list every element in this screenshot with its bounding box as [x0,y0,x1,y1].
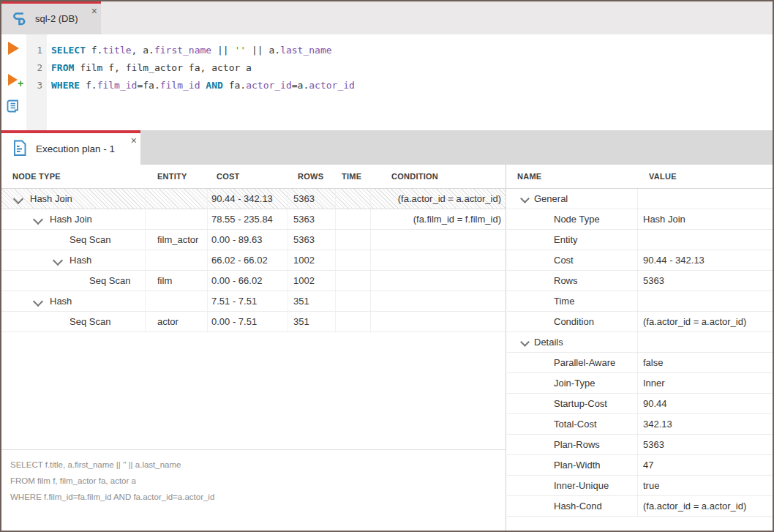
chevron-down-icon[interactable] [12,196,30,203]
col-header-cost[interactable]: COST [208,165,288,188]
plan-row[interactable]: Hash Join78.55 - 235.845363(fa.film_id =… [1,209,506,230]
property-name-cell: Hash-Cond [507,496,638,516]
entity-cell: film_actor [146,230,208,250]
property-value: 47 [638,455,773,475]
prop-rows: GeneralNode TypeHash JoinEntityCost90.44… [507,189,773,517]
execute-new-tab-button[interactable]: + [8,74,18,86]
time-cell [336,291,371,311]
property-name: Cost [554,255,574,266]
property-name-cell: Rows [507,271,638,291]
col-header-rows[interactable]: ROWS [288,165,336,188]
property-name-cell: Node Type [507,209,638,229]
code-token: f. [80,80,97,91]
property-row[interactable]: Plan-Rows5363 [507,435,773,455]
property-value: 342.13 [638,414,773,434]
property-value: 90.44 [638,394,773,413]
sql-preview: SELECT f.title, a.first_name || '' || a.… [1,449,506,531]
execute-statement-button[interactable] [8,42,19,55]
condition-cell [371,271,506,291]
sql-editor: + 123 SELECT f.title, a.first_name || ''… [1,34,773,130]
property-row[interactable]: Entity [507,230,773,250]
property-row[interactable]: Startup-Cost90.44 [507,394,773,414]
node-type-label: Hash Join [30,193,72,204]
node-type-cell: Hash [1,291,146,311]
property-name: Node Type [554,214,600,225]
code-token: =fa. [137,80,159,91]
property-name: Join-Type [554,378,595,389]
code-token: last_name [280,45,331,56]
property-name: Rows [554,275,578,286]
property-name-cell: Cost [507,250,638,270]
property-row[interactable]: Condition(fa.actor_id = a.actor_id) [507,312,773,332]
node-type-cell: Seq Scan [1,312,146,331]
sql-script-icon [11,10,27,31]
code-token: actor_id [309,80,355,91]
property-name: General [534,193,568,204]
plan-row[interactable]: Seq Scanactor0.00 - 7.51351 [1,312,506,332]
explain-plan-button[interactable] [6,99,20,116]
code-token: SELECT [51,45,86,56]
condition-cell [371,230,506,250]
property-row[interactable]: General [507,189,773,209]
property-row[interactable]: Node TypeHash Join [507,209,773,230]
time-cell [336,230,371,250]
property-row[interactable]: Plan-Width47 [507,455,773,476]
property-row[interactable]: Hash-Cond(fa.actor_id = a.actor_id) [507,496,773,517]
plan-row[interactable]: Seq Scanfilm0.00 - 66.021002 [1,271,506,291]
property-name-cell: Details [507,332,638,352]
chevron-down-icon[interactable] [32,299,50,306]
property-row[interactable]: Details [507,332,773,353]
col-header-node-type[interactable]: NODE TYPE [1,165,146,188]
property-name-cell: General [507,189,638,209]
property-name-cell: Inner-Unique [507,476,638,495]
time-cell [336,271,371,291]
tab-sql-editor[interactable]: sql-2 (DB) × [1,1,101,34]
code-line: SELECT f.title, a.first_name || '' || a.… [51,42,773,59]
explain-plan-icon [6,103,20,116]
chevron-down-icon[interactable] [521,196,534,203]
node-type-cell: Seq Scan [1,271,146,291]
property-name: Time [554,296,574,307]
chevron-down-icon[interactable] [521,340,534,347]
code-area[interactable]: SELECT f.title, a.first_name || '' || a.… [47,34,773,130]
plan-row[interactable]: Hash66.02 - 66.021002 [1,250,506,271]
col-header-entity[interactable]: ENTITY [146,165,208,188]
property-row[interactable]: Time [507,291,773,312]
property-value: 5363 [638,435,773,454]
chevron-down-icon[interactable] [32,217,50,224]
gutter: 123 [26,34,47,130]
property-value: Hash Join [638,209,773,229]
execution-plan-icon [12,140,27,160]
code-token: , a. [132,45,154,56]
time-cell [336,250,371,270]
property-row[interactable]: Rows5363 [507,271,773,291]
property-row[interactable]: Parallel-Awarefalse [507,353,773,373]
code-token: first_name [154,45,211,56]
col-header-name[interactable]: NAME [506,165,637,188]
plan-row[interactable]: Hash7.51 - 7.51351 [1,291,506,312]
property-row[interactable]: Inner-Uniquetrue [507,476,773,496]
close-icon[interactable]: × [131,135,137,146]
rows-cell: 5363 [288,209,336,229]
code-token: f. [86,45,102,56]
property-row[interactable]: Cost90.44 - 342.13 [507,250,773,271]
entity-cell: actor [146,312,208,331]
condition-cell [371,250,506,270]
tab-execution-plan[interactable]: Execution plan - 1 × [1,130,140,165]
col-header-condition[interactable]: CONDITION [371,165,506,188]
dbeaver-window: sql-2 (DB) × + 123 SELECT f [0,0,774,532]
col-header-value[interactable]: VALUE [637,165,773,188]
plan-row[interactable]: Hash Join90.44 - 342.135363(fa.actor_id … [1,189,506,209]
line-number: 1 [26,42,47,59]
property-row[interactable]: Join-TypeInner [507,373,773,394]
time-cell [336,312,371,331]
chevron-down-icon[interactable] [52,258,69,265]
plan-rows: Hash Join90.44 - 342.135363(fa.actor_id … [1,189,506,332]
plan-row[interactable]: Seq Scanfilm_actor0.00 - 89.635363 [1,230,506,250]
node-type-cell: Seq Scan [1,230,146,250]
node-type-label: Seq Scan [69,316,110,327]
col-header-time[interactable]: TIME [336,165,371,188]
code-line: FROM film f, film_actor fa, actor a [51,59,773,77]
close-icon[interactable]: × [91,6,97,16]
property-row[interactable]: Total-Cost342.13 [507,414,773,435]
